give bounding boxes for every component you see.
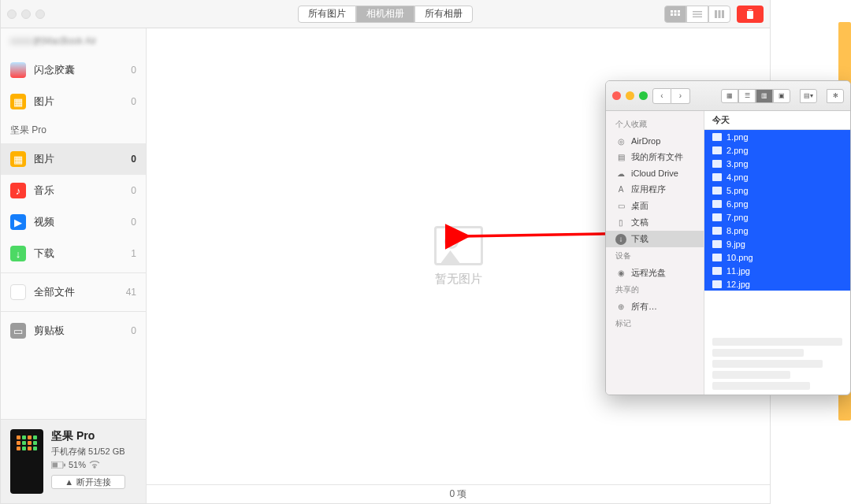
finder-item-downloads[interactable]: ↓下载 <box>606 231 704 247</box>
minimize-icon[interactable] <box>21 9 31 19</box>
finder-file-row[interactable]: 4.png <box>704 170 850 183</box>
video-icon: ▶ <box>10 214 26 230</box>
finder-file-row[interactable]: 11.jpg <box>704 264 850 277</box>
device-name: 坚果 Pro <box>51 429 125 443</box>
column-view-icon[interactable] <box>708 6 730 23</box>
finder-file-row[interactable]: 5.png <box>704 183 850 197</box>
finder-file-row[interactable]: 12.jpg <box>704 277 850 291</box>
finder-item-remote[interactable]: ◉远程光盘 <box>606 265 704 281</box>
zoom-icon[interactable] <box>35 9 45 19</box>
finder-file-row[interactable]: 6.png <box>704 197 850 210</box>
finder-nav: ‹ › <box>652 88 690 104</box>
disconnect-button[interactable]: ▲ 断开连接 <box>51 475 125 489</box>
finder-file-row[interactable]: 1.png <box>704 130 850 143</box>
finder-item-label: 我的所有文件 <box>631 151 683 163</box>
minimize-icon[interactable] <box>626 91 634 100</box>
file-name: 9.jpg <box>727 239 745 249</box>
svg-rect-10 <box>719 10 721 18</box>
file-icon <box>712 240 722 248</box>
sidebar-item-clipboard[interactable]: ▭ 剪贴板 0 <box>1 315 146 346</box>
sidebar-item-allfiles[interactable]: 全部文件 41 <box>1 276 146 308</box>
finder-file-row[interactable]: 9.jpg <box>704 237 850 250</box>
back-button[interactable]: ‹ <box>652 88 671 104</box>
section-device-2: 坚果 Pro <box>1 117 146 143</box>
docs-icon: ▯ <box>615 217 626 228</box>
sidebar-item-video[interactable]: ▶ 视频 0 <box>1 206 146 238</box>
grid-view-icon[interactable] <box>664 6 686 23</box>
finder-toolbar: ‹ › ▦ ☰ ▥ ▣ ▤▾ ✻ <box>606 81 850 111</box>
file-icon <box>712 133 722 141</box>
file-icon <box>712 173 722 181</box>
action-gear-icon[interactable]: ✻ <box>827 89 844 103</box>
eject-icon: ▲ <box>65 477 73 487</box>
device-card: 坚果 Pro 手机存储 51/52 GB 51% ▲ 断开连接 <box>1 419 146 503</box>
file-name: 1.png <box>727 132 749 142</box>
list-view-icon[interactable] <box>686 6 708 23</box>
file-name: 5.png <box>727 186 749 195</box>
sidebar-item-music[interactable]: ♪ 音乐 0 <box>1 175 146 206</box>
finder-item-label: 文稿 <box>631 217 648 228</box>
forward-button[interactable]: › <box>671 88 690 104</box>
file-name: 2.png <box>727 146 749 155</box>
finder-file-row[interactable]: 3.png <box>704 157 850 170</box>
finder-item-icloud[interactable]: ☁iCloud Drive <box>606 165 704 181</box>
list-view-icon[interactable]: ☰ <box>738 89 756 103</box>
finder-file-row[interactable]: 7.png <box>704 210 850 224</box>
apps-icon: A <box>615 184 626 195</box>
finder-item-docs[interactable]: ▯文稿 <box>606 214 704 231</box>
disconnect-label: 断开连接 <box>76 476 111 488</box>
sidebar-item-photos[interactable]: ▦ 图片 0 <box>1 143 146 175</box>
finder-traffic <box>612 91 648 100</box>
svg-rect-14 <box>64 463 65 466</box>
zoom-icon[interactable] <box>639 91 648 100</box>
icon-view-icon[interactable]: ▦ <box>721 89 738 103</box>
file-icon <box>712 267 722 275</box>
finder-sidebar: 个人收藏 ◎AirDrop ▤我的所有文件 ☁iCloud Drive A应用程… <box>606 111 704 395</box>
tab-camera-album[interactable]: 相机相册 <box>356 6 414 23</box>
svg-rect-5 <box>678 13 680 16</box>
finder-item-label: 下载 <box>631 233 648 245</box>
wifi-icon <box>89 461 100 469</box>
finder-section-tag: 标记 <box>606 315 704 332</box>
svg-rect-8 <box>693 16 702 17</box>
finder-file-row[interactable]: 8.png <box>704 224 850 237</box>
finder-item-all[interactable]: ⊕所有… <box>606 298 704 315</box>
count-badge: 1 <box>131 248 136 259</box>
finder-item-apps[interactable]: A应用程序 <box>606 181 704 198</box>
file-icon <box>712 227 722 235</box>
close-icon[interactable] <box>7 9 17 19</box>
status-bar: 0 项 <box>147 484 770 503</box>
finder-item-airdrop[interactable]: ◎AirDrop <box>606 133 704 149</box>
clipboard-icon: ▭ <box>10 323 26 339</box>
sidebar-item-capsule[interactable]: 闪念胶囊 0 <box>1 54 146 86</box>
finder-body: 个人收藏 ◎AirDrop ▤我的所有文件 ☁iCloud Drive A应用程… <box>606 111 850 395</box>
finder-item-desktop[interactable]: ▭桌面 <box>606 198 704 214</box>
tab-all-albums[interactable]: 所有相册 <box>414 6 473 23</box>
file-icon <box>712 200 722 208</box>
music-icon: ♪ <box>10 183 26 198</box>
arrange-button[interactable]: ▤▾ <box>800 89 817 103</box>
empty-text: 暂无图片 <box>435 272 482 287</box>
battery-percent: 51% <box>69 460 86 469</box>
file-name: 12.jpg <box>727 280 750 289</box>
gallery-view-icon[interactable]: ▣ <box>773 89 790 103</box>
finder-arrange: ▤▾ <box>800 89 817 103</box>
sidebar-item-label: 图片 <box>34 94 54 109</box>
sidebar-item-photos-mac[interactable]: ▦ 图片 0 <box>1 86 146 117</box>
finder-file-row[interactable]: 10.png <box>704 250 850 264</box>
column-view-icon[interactable]: ▥ <box>756 89 773 103</box>
network-icon: ⊕ <box>615 302 626 313</box>
sidebar-item-download[interactable]: ↓ 下载 1 <box>1 238 146 269</box>
finder-item-allfiles[interactable]: ▤我的所有文件 <box>606 149 704 165</box>
finder-file-row[interactable]: 2.png <box>704 143 850 157</box>
remote-disc-icon: ◉ <box>615 268 626 279</box>
delete-button[interactable] <box>737 6 764 23</box>
sidebar-item-label: 全部文件 <box>34 285 75 299</box>
divider <box>1 272 146 273</box>
window-controls <box>7 9 45 19</box>
svg-rect-0 <box>671 10 673 13</box>
close-icon[interactable] <box>612 91 621 100</box>
battery-row: 51% <box>51 460 125 469</box>
tab-all-photos[interactable]: 所有图片 <box>298 6 356 23</box>
finder-action: ✻ <box>827 89 844 103</box>
